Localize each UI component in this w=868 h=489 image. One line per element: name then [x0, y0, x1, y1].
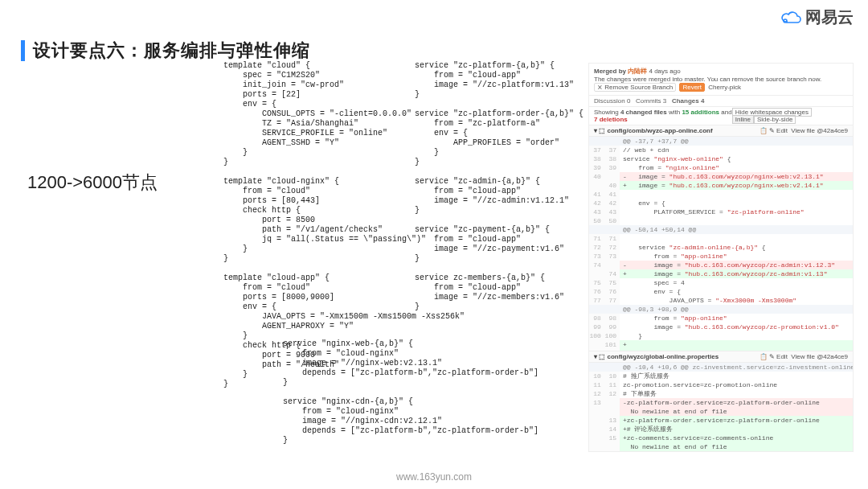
file-actions-2[interactable]: 📋 ✎ Edit View file @42a4ce9 — [760, 353, 848, 360]
merge-note: The changes were merged into master. You… — [594, 76, 821, 83]
tab-commits[interactable]: Commits 3 — [636, 97, 666, 105]
changes-summary: Showing 4 changed files with 15 addition… — [594, 109, 732, 123]
node-count-annotation: 1200->6000节点 — [27, 171, 158, 195]
remove-branch-button[interactable]: ⨯ Remove Source Branch — [594, 83, 676, 92]
title-accent — [21, 40, 25, 61]
footer-url: www.163yun.com — [0, 471, 868, 483]
file-header-2[interactable]: ▾ ⬚ config/wyzc/global-online.properties — [594, 353, 719, 360]
tab-discussion[interactable]: Discussion 0 — [594, 97, 630, 105]
tab-changes[interactable]: Changes 4 — [672, 97, 704, 105]
cherry-pick-link[interactable]: Cherry-pick — [708, 84, 741, 91]
code-nginx: service "nginx-web-{a,b}" { from = "clou… — [283, 339, 572, 446]
svg-point-0 — [784, 19, 787, 23]
merge-author: 内陆样 — [628, 68, 647, 75]
code-services: service "zc-platform-{a,b}" { from = "cl… — [415, 61, 575, 312]
file-header-1[interactable]: ▾ ⬚ config/comb/wyzc-app-online.conf — [594, 127, 713, 134]
merge-status: Merged by — [594, 68, 626, 75]
brand-name: 网易云 — [805, 6, 854, 28]
brand-logo: 网易云 — [781, 6, 854, 28]
page-title: 设计要点六：服务编排与弹性伸缩 — [33, 39, 310, 63]
merge-request-panel: Merged by 内陆样 4 days ago The changes wer… — [588, 63, 854, 385]
file-actions-1[interactable]: 📋 ✎ Edit View file @42a4ce9 — [760, 127, 848, 134]
diff-file-2: ▾ ⬚ config/wyzc/global-online.properties… — [588, 351, 854, 452]
diff-lines-2: @@ -10,4 +10,6 @@ zc-investment.service=… — [589, 363, 853, 451]
merge-time: 4 days ago — [649, 68, 680, 75]
cloud-icon — [781, 10, 802, 26]
diff-lines-1: @@ -37,7 +37,7 @@ 37 37// web + cdn 38 3… — [589, 137, 853, 384]
diff-view-toggle[interactable]: Hide whitespace changes InlineSide-by-si… — [732, 109, 848, 123]
revert-button[interactable]: Revert — [679, 83, 705, 92]
